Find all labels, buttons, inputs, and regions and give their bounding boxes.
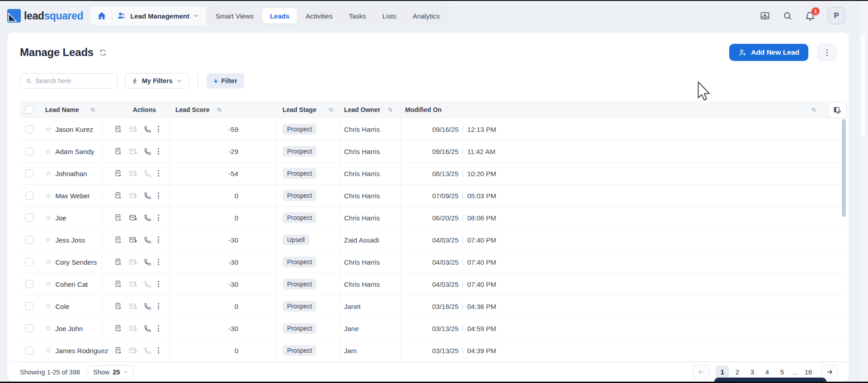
- row-more-icon[interactable]: [158, 259, 159, 265]
- star-icon[interactable]: ☆: [45, 258, 51, 266]
- row-checkbox[interactable]: [25, 125, 33, 133]
- row-checkbox[interactable]: [25, 236, 33, 244]
- row-more-icon[interactable]: [158, 281, 159, 287]
- import-tray-button[interactable]: [760, 10, 770, 21]
- star-icon[interactable]: ☆: [45, 302, 51, 310]
- row-more-icon[interactable]: [158, 347, 159, 354]
- row-checkbox[interactable]: [25, 324, 33, 332]
- call-icon[interactable]: [144, 192, 151, 200]
- edit-columns-button[interactable]: [828, 102, 847, 118]
- call-icon[interactable]: [144, 126, 151, 133]
- page-button-1[interactable]: 1: [716, 365, 729, 379]
- call-icon[interactable]: [144, 325, 151, 332]
- sort-lead-stage-icon[interactable]: [328, 107, 334, 112]
- tab-activities[interactable]: Activities: [298, 8, 340, 23]
- page-button-4[interactable]: 4: [760, 365, 774, 379]
- search-input[interactable]: [35, 77, 112, 84]
- lead-name-link[interactable]: Cole: [55, 303, 69, 310]
- sort-lead-name-icon[interactable]: [90, 107, 95, 112]
- row-more-icon[interactable]: [158, 215, 159, 221]
- call-icon[interactable]: [144, 280, 151, 288]
- lead-name-link[interactable]: Max Weber: [55, 192, 90, 200]
- tab-leads[interactable]: Leads: [262, 8, 297, 23]
- send-email-icon[interactable]: [129, 125, 137, 134]
- lead-name-link[interactable]: Jason Kurez: [55, 126, 93, 133]
- add-activity-icon[interactable]: [114, 125, 123, 134]
- page-button-16[interactable]: 16: [802, 365, 815, 379]
- star-icon[interactable]: ☆: [45, 214, 51, 222]
- add-activity-icon[interactable]: [114, 280, 123, 289]
- tab-smart-views[interactable]: Smart Views: [208, 8, 261, 23]
- my-filters-dropdown[interactable]: My Filters: [125, 73, 189, 89]
- home-button[interactable]: [96, 10, 107, 21]
- page-size-dropdown[interactable]: Show 25: [88, 365, 134, 379]
- star-icon[interactable]: ☆: [45, 192, 51, 200]
- call-icon[interactable]: [144, 214, 151, 222]
- leadsquared-logo[interactable]: leadsquared: [7, 9, 83, 23]
- row-checkbox[interactable]: [25, 280, 33, 288]
- send-email-icon[interactable]: [129, 280, 137, 289]
- refresh-button[interactable]: [99, 48, 107, 57]
- lead-name-link[interactable]: Johnathan: [55, 170, 87, 177]
- row-more-icon[interactable]: [158, 148, 159, 154]
- row-more-icon[interactable]: [158, 192, 159, 199]
- add-activity-icon[interactable]: [114, 258, 123, 266]
- lead-name-link[interactable]: Joe: [55, 214, 66, 222]
- add-activity-icon[interactable]: [114, 302, 123, 311]
- add-activity-icon[interactable]: [114, 147, 123, 156]
- row-more-icon[interactable]: [158, 170, 159, 177]
- send-email-icon[interactable]: [129, 192, 137, 200]
- call-icon[interactable]: [144, 148, 151, 155]
- row-checkbox[interactable]: [25, 147, 33, 155]
- row-checkbox[interactable]: [25, 302, 33, 310]
- search-button[interactable]: [783, 11, 793, 21]
- call-icon[interactable]: [144, 303, 151, 310]
- star-icon[interactable]: ☆: [45, 324, 51, 332]
- row-checkbox[interactable]: [25, 214, 33, 222]
- send-email-icon[interactable]: [129, 258, 137, 266]
- star-icon[interactable]: ☆: [45, 169, 51, 177]
- sort-modified-on-icon[interactable]: [811, 107, 816, 112]
- row-more-icon[interactable]: [158, 303, 159, 309]
- add-filter-button[interactable]: + Filter: [207, 73, 244, 89]
- page-button-3[interactable]: 3: [745, 365, 759, 379]
- add-activity-icon[interactable]: [114, 169, 123, 178]
- lead-name-link[interactable]: Cohen Cat: [55, 280, 88, 288]
- send-email-icon[interactable]: [129, 236, 137, 244]
- call-icon[interactable]: [144, 170, 151, 177]
- row-more-icon[interactable]: [158, 237, 159, 243]
- row-checkbox[interactable]: [25, 169, 33, 177]
- tab-analytics[interactable]: Analytics: [405, 8, 448, 23]
- send-email-icon[interactable]: [129, 169, 137, 178]
- notifications-button[interactable]: 1: [805, 10, 816, 21]
- star-icon[interactable]: ☆: [45, 236, 51, 244]
- star-icon[interactable]: ☆: [45, 280, 51, 288]
- star-icon[interactable]: ☆: [45, 346, 51, 355]
- send-email-icon[interactable]: [129, 324, 137, 333]
- sort-lead-score-icon[interactable]: [217, 107, 222, 112]
- module-switcher[interactable]: Lead Management: [117, 11, 199, 21]
- select-all-checkbox[interactable]: [25, 106, 33, 114]
- add-new-lead-button[interactable]: Add New Lead: [729, 44, 808, 61]
- more-options-button[interactable]: [817, 44, 836, 61]
- table-scrollbar-thumb[interactable]: [842, 119, 846, 217]
- send-email-icon[interactable]: [129, 214, 137, 222]
- next-page-button[interactable]: [821, 364, 838, 380]
- star-icon[interactable]: ☆: [45, 125, 51, 133]
- call-icon[interactable]: [144, 347, 151, 355]
- lead-name-link[interactable]: Joe John: [55, 325, 83, 332]
- add-activity-icon[interactable]: [114, 192, 123, 200]
- sort-lead-owner-icon[interactable]: [387, 107, 393, 112]
- lead-name-link[interactable]: James Rodriguez: [55, 347, 108, 355]
- call-icon[interactable]: [144, 258, 151, 266]
- lead-name-link[interactable]: Adam Sandy: [55, 148, 94, 155]
- add-activity-icon[interactable]: [114, 236, 123, 244]
- page-scrollbar-thumb[interactable]: [860, 33, 866, 139]
- row-checkbox[interactable]: [25, 346, 33, 355]
- page-button-5[interactable]: 5: [775, 365, 789, 379]
- tab-lists[interactable]: Lists: [375, 8, 404, 23]
- row-more-icon[interactable]: [158, 126, 159, 132]
- call-icon[interactable]: [144, 236, 151, 244]
- prev-page-button[interactable]: [693, 364, 709, 380]
- page-scrollbar[interactable]: [859, 1, 868, 382]
